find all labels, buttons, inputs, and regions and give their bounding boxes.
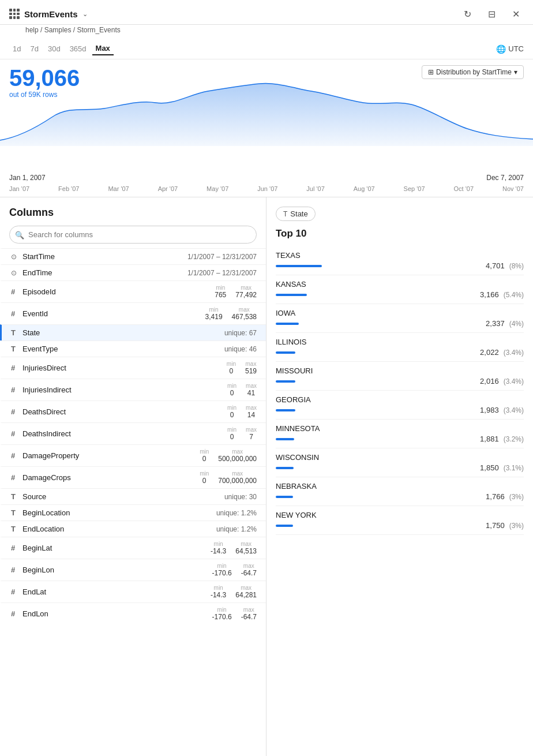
state-bar	[276, 525, 293, 527]
time-btn-365d[interactable]: 365d	[66, 42, 90, 55]
chart-count: 59,066	[9, 66, 524, 89]
state-pct: (3%)	[509, 493, 524, 501]
state-count: 1,750	[486, 521, 505, 530]
col-type-icon: T	[11, 328, 22, 337]
state-pct: (3.4%)	[504, 349, 524, 357]
col-type-icon: #	[11, 309, 22, 318]
col-type-icon: #	[11, 407, 22, 416]
column-row[interactable]: # DeathsIndirect min0 max7	[0, 422, 266, 444]
state-name: WISCONSIN	[276, 453, 524, 462]
column-row[interactable]: # BeginLon min-170.6 max-64.7	[0, 559, 266, 581]
state-list: TEXAS 4,701 (8%) KANSAS 3,166 (5.4%) IOW…	[276, 246, 524, 535]
state-pct: (8%)	[509, 262, 524, 270]
axis-label-10: Nov '07	[502, 185, 524, 192]
state-row: MISSOURI 2,016 (3.4%)	[276, 362, 524, 391]
columns-title: Columns	[0, 207, 266, 226]
columns-panel: Columns 🔍 ⊙ StartTime 1/1/2007 – 12/31/2…	[0, 197, 266, 756]
column-tag-label: State	[290, 209, 307, 218]
state-row: ILLINOIS 2,022 (3.4%)	[276, 333, 524, 362]
timezone-label: UTC	[508, 44, 524, 53]
column-row[interactable]: ⊙ EndTime 1/1/2007 – 12/31/2007	[0, 264, 266, 280]
col-name: InjuriesDirect	[22, 364, 227, 372]
col-stats: min765 max77,492	[215, 285, 257, 299]
state-count: 2,337	[486, 319, 505, 328]
col-name: StartTime	[22, 252, 187, 261]
axis-label-2: Mar '07	[108, 185, 129, 192]
column-row[interactable]: # InjuriesDirect min0 max519	[0, 357, 266, 379]
search-box: 🔍	[9, 226, 257, 244]
header-right: ↻ ⊟ ✕	[459, 6, 524, 22]
state-row: TEXAS 4,701 (8%)	[276, 246, 524, 275]
col-stats: unique: 67	[224, 329, 257, 337]
time-btn-1d[interactable]: 1d	[9, 42, 24, 55]
header-left: StormEvents ⌄	[9, 9, 88, 19]
state-name: IOWA	[276, 309, 524, 317]
column-row[interactable]: ⊙ StartTime 1/1/2007 – 12/31/2007	[0, 248, 266, 264]
col-stats: min-14.3 max64,281	[211, 585, 257, 599]
col-type-icon: #	[11, 544, 22, 552]
right-panel: T State Top 10 TEXAS 4,701 (8%) KANSAS 3…	[266, 197, 533, 756]
col-stats: 1/1/2007 – 12/31/2007	[187, 269, 257, 277]
col-type-icon: ⊙	[11, 253, 22, 261]
col-name: State	[22, 328, 224, 337]
column-row[interactable]: # DamageProperty min0 max500,000,000	[0, 444, 266, 466]
chart-date-range: Jan 1, 2007 Dec 7, 2007	[9, 174, 524, 184]
col-stats: min-14.3 max64,513	[211, 541, 257, 555]
column-row[interactable]: # EpisodeId min765 max77,492	[0, 280, 266, 302]
state-name: ILLINOIS	[276, 338, 524, 346]
state-name: GEORGIA	[276, 395, 524, 404]
layout-button[interactable]: ⊟	[483, 6, 500, 22]
col-stats: min-170.6 max-64.7	[212, 607, 257, 621]
column-row[interactable]: T EventType unique: 46	[0, 340, 266, 357]
state-bar	[276, 294, 307, 296]
state-pct: (3.2%)	[504, 435, 524, 443]
column-row[interactable]: T EndLocation unique: 1.2%	[0, 521, 266, 537]
col-stats: min0 max41	[227, 383, 257, 397]
column-row[interactable]: T State unique: 67	[0, 324, 266, 340]
state-row: NEW YORK 1,750 (3%)	[276, 506, 524, 535]
app-title-chevron[interactable]: ⌄	[82, 10, 88, 18]
col-name: EventType	[22, 345, 224, 353]
state-name: MINNESOTA	[276, 424, 524, 433]
time-range-bar: 1d 7d 30d 365d Max 🌐 UTC	[0, 39, 533, 59]
state-count: 2,016	[480, 377, 499, 386]
column-row[interactable]: # InjuriesIndirect min0 max41	[0, 379, 266, 401]
refresh-button[interactable]: ↻	[459, 6, 475, 22]
state-name: KANSAS	[276, 280, 524, 289]
state-pct: (5.4%)	[504, 291, 524, 299]
axis-label-4: May '07	[207, 185, 228, 192]
col-type-icon: #	[11, 587, 22, 596]
time-btn-7d[interactable]: 7d	[27, 42, 42, 55]
column-row[interactable]: # EndLat min-14.3 max64,281	[0, 581, 266, 602]
column-row[interactable]: # DeathsDirect min0 max14	[0, 401, 266, 422]
state-name: MISSOURI	[276, 366, 524, 375]
column-row[interactable]: T BeginLocation unique: 1.2%	[0, 504, 266, 521]
state-count: 1,983	[480, 406, 499, 414]
column-row[interactable]: # DamageCrops min0 max700,000,000	[0, 466, 266, 488]
column-row[interactable]: # BeginLat min-14.3 max64,513	[0, 537, 266, 559]
column-row[interactable]: # EndLon min-170.6 max-64.7	[0, 602, 266, 624]
chart-area: 59,066 out of 59K rows ⊞ Distribution by…	[0, 59, 533, 197]
time-btn-30d[interactable]: 30d	[44, 42, 64, 55]
state-row: IOWA 2,337 (4%)	[276, 304, 524, 333]
time-btn-max[interactable]: Max	[92, 42, 114, 55]
col-stats: min0 max7	[227, 426, 257, 441]
col-name: EndLat	[22, 587, 211, 596]
col-stats: min3,419 max467,538	[205, 306, 257, 321]
axis-label-7: Aug '07	[354, 185, 375, 192]
selected-column-tag[interactable]: T State	[276, 207, 316, 221]
col-name: EndLocation	[22, 525, 216, 533]
search-icon: 🔍	[15, 230, 24, 239]
col-name: InjuriesIndirect	[22, 386, 227, 394]
col-name: BeginLon	[22, 566, 212, 574]
col-name: EventId	[22, 309, 205, 318]
chart-subtitle: out of 59K rows	[9, 91, 524, 99]
time-range-options: 1d 7d 30d 365d Max	[9, 42, 114, 55]
col-stats: min0 max700,000,000	[200, 470, 257, 485]
axis-label-9: Oct '07	[454, 185, 474, 192]
col-type-icon: T	[11, 508, 22, 517]
column-row[interactable]: # EventId min3,419 max467,538	[0, 302, 266, 324]
close-button[interactable]: ✕	[508, 6, 524, 22]
column-row[interactable]: T Source unique: 30	[0, 488, 266, 504]
search-input[interactable]	[9, 226, 257, 244]
